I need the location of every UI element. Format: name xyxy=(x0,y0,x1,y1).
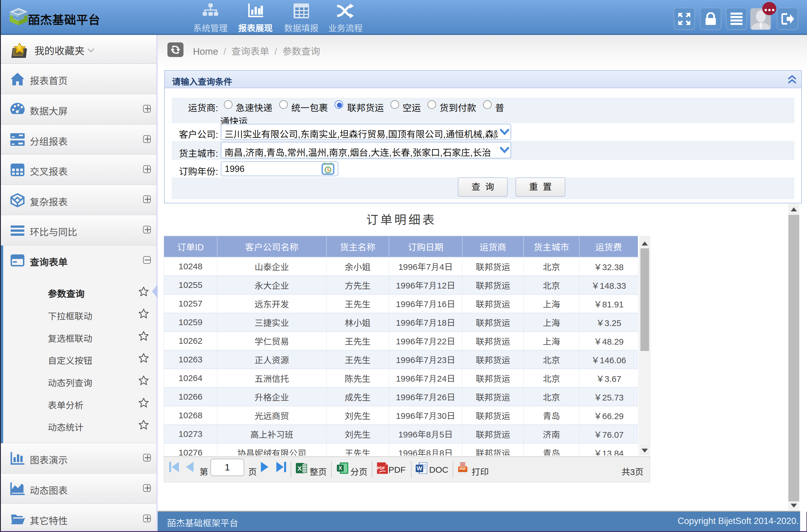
svg-text:X: X xyxy=(338,465,342,471)
svg-text:W: W xyxy=(417,465,422,472)
svg-text:X: X xyxy=(297,465,302,472)
svg-text:PDF: PDF xyxy=(460,467,466,470)
svg-text:PDF: PDF xyxy=(377,466,385,470)
